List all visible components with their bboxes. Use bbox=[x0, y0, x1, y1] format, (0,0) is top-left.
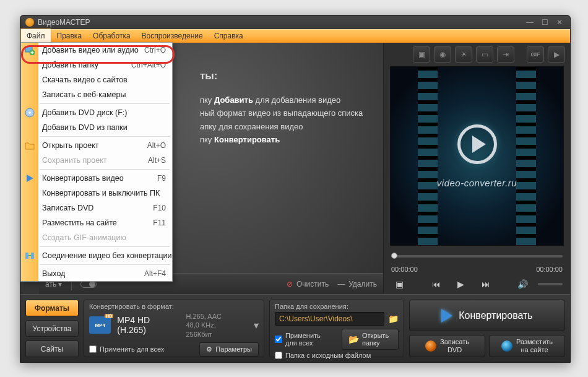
file-menu-item-19[interactable]: ВыходAlt+F4 bbox=[21, 266, 172, 281]
seek-slider[interactable] bbox=[391, 255, 563, 258]
format-codec: H.265, AAC bbox=[186, 312, 243, 321]
file-menu-item-2[interactable]: Скачать видео с сайтов bbox=[21, 72, 172, 87]
file-menu-item-6[interactable]: Добавить DVD из папки bbox=[21, 120, 172, 135]
play-button[interactable]: ▶ bbox=[452, 275, 470, 293]
apply-all-folder-checkbox[interactable]: Применить для всех bbox=[275, 332, 329, 347]
time-end: 00:00:00 bbox=[536, 266, 563, 273]
speed-icon[interactable]: ⇥ bbox=[497, 46, 514, 63]
record-icon[interactable]: ◉ bbox=[434, 46, 451, 63]
folder-path-input[interactable]: C:\Users\User\Videos\ bbox=[275, 312, 384, 326]
minimize-button[interactable]: — bbox=[524, 18, 535, 27]
menu-process[interactable]: Обработка bbox=[87, 29, 136, 43]
delete-button[interactable]: —Удалить bbox=[337, 280, 377, 288]
file-menu-item-1[interactable]: Добавить папкуCtrl+Alt+O bbox=[21, 58, 172, 72]
effect-toolbar: ▣ ◉ ☀ ▭ ⇥ GIF ▶ bbox=[384, 43, 570, 66]
globe-icon bbox=[501, 340, 512, 352]
open-folder-button[interactable]: 📂Открыть папку bbox=[342, 329, 399, 350]
mp4-badge-icon: MP4 bbox=[89, 316, 111, 334]
tab-devices[interactable]: Устройства bbox=[25, 320, 79, 337]
next-button[interactable]: ⏭ bbox=[478, 277, 494, 292]
svg-point-9 bbox=[28, 111, 31, 114]
format-name: MP4 HD (H.265) bbox=[117, 315, 179, 335]
menu-item-shortcut: Alt+F4 bbox=[144, 269, 166, 278]
volume-icon[interactable]: 🔊 bbox=[514, 277, 530, 292]
menubar: Файл Правка Обработка Воспроизведение Сп… bbox=[20, 29, 570, 43]
file-menu-item-13[interactable]: Записать DVDF10 bbox=[21, 201, 172, 215]
menu-item-label: Конвертировать видео bbox=[42, 174, 124, 183]
titlebar: ВидеоМАСТЕР — ☐ ✕ bbox=[20, 15, 570, 29]
file-menu-item-14[interactable]: Разместить на сайтеF11 bbox=[21, 215, 172, 230]
menu-item-label: Добавить DVD диск (F:) bbox=[42, 108, 127, 117]
file-menu-item-5[interactable]: Добавить DVD диск (F:) bbox=[21, 105, 172, 120]
menu-item-shortcut: Ctrl+O bbox=[144, 46, 166, 54]
params-button[interactable]: ⚙Параметры bbox=[199, 342, 259, 357]
folder-icon bbox=[24, 140, 35, 151]
gif-icon[interactable]: GIF bbox=[527, 46, 544, 63]
menu-item-shortcut: Alt+O bbox=[147, 141, 166, 150]
player-controls: ▣ ⏮ ▶ ⏭ 🔊 bbox=[384, 274, 570, 294]
filmstrip-icon bbox=[418, 67, 438, 245]
burn-dvd-button[interactable]: Записать DVD bbox=[409, 335, 485, 357]
format-selector[interactable]: MP4 MP4 HD (H.265) H.265, AAC 48,0 KHz, … bbox=[89, 312, 259, 339]
chevron-down-icon: ▾ bbox=[254, 319, 259, 331]
file-menu-item-9: Сохранить проектAlt+S bbox=[21, 153, 172, 168]
menu-item-shortcut: F9 bbox=[157, 174, 166, 183]
maximize-button[interactable]: ☐ bbox=[539, 18, 550, 27]
film-icon[interactable]: ▭ bbox=[476, 46, 493, 63]
svg-rect-11 bbox=[31, 253, 34, 259]
apply-all-format-checkbox[interactable]: Применить для всех bbox=[89, 345, 164, 353]
file-menu-item-15: Создать GIF-анимацию bbox=[21, 230, 172, 245]
tab-formats[interactable]: Форматы bbox=[25, 300, 79, 316]
app-logo-icon bbox=[25, 18, 34, 27]
menu-edit[interactable]: Правка bbox=[51, 29, 88, 43]
menu-file[interactable]: Файл bbox=[20, 28, 51, 43]
convert-button[interactable]: Конвертировать bbox=[409, 300, 565, 331]
format-label: Конвертировать в формат: bbox=[89, 303, 259, 310]
file-menu-item-17[interactable]: Соединение видео без конвертации bbox=[21, 248, 172, 263]
keep-source-folder-checkbox[interactable]: Папка с исходным файлом bbox=[275, 352, 399, 359]
menu-help[interactable]: Справка bbox=[209, 29, 249, 43]
snapshot-icon[interactable]: ▶ bbox=[548, 46, 565, 63]
preview-video[interactable]: video-converter.ru bbox=[390, 66, 564, 246]
file-menu-item-3[interactable]: Записать с веб-камеры bbox=[21, 87, 172, 102]
body: ты: пку Добавить для добавления видео ны… bbox=[20, 43, 570, 362]
join-icon bbox=[24, 250, 35, 261]
disc-icon bbox=[425, 340, 436, 352]
file-menu-item-11[interactable]: Конвертировать видеоF9 bbox=[21, 171, 172, 186]
menu-item-shortcut: F11 bbox=[153, 219, 166, 227]
file-menu-item-12[interactable]: Конвертировать и выключить ПК bbox=[21, 186, 172, 201]
tab-sites[interactable]: Сайты bbox=[25, 340, 79, 357]
menu-item-label: Записать DVD bbox=[42, 204, 93, 212]
app-window: ВидеоМАСТЕР — ☐ ✕ Файл Правка Обработка … bbox=[20, 15, 571, 363]
svg-rect-10 bbox=[25, 253, 28, 259]
seek-row bbox=[384, 248, 570, 264]
camera-icon[interactable]: ▣ bbox=[391, 277, 407, 292]
folder-icon: 📂 bbox=[348, 334, 359, 344]
file-menu-item-0[interactable]: Добавить видео или аудиоCtrl+O bbox=[21, 43, 172, 58]
volume-slider[interactable] bbox=[538, 283, 563, 285]
menu-item-shortcut: Ctrl+Alt+O bbox=[131, 61, 166, 69]
folder-label: Папка для сохранения: bbox=[275, 303, 399, 310]
brightness-icon[interactable]: ☀ bbox=[455, 46, 472, 63]
menu-item-label: Конвертировать и выключить ПК bbox=[42, 189, 160, 197]
time-start: 00:00:00 bbox=[391, 266, 418, 273]
play-icon bbox=[457, 124, 497, 164]
clear-button[interactable]: ⊘Очистить bbox=[287, 280, 329, 288]
play-icon bbox=[24, 173, 35, 184]
menu-item-label: Создать GIF-анимацию bbox=[42, 233, 126, 242]
menu-item-label: Разместить на сайте bbox=[42, 219, 117, 227]
menu-playback[interactable]: Воспроизведение bbox=[136, 29, 209, 43]
menu-item-label: Выход bbox=[42, 269, 65, 278]
footer-tabs: Форматы Устройства Сайты bbox=[25, 300, 79, 357]
menu-item-label: Открыть проект bbox=[42, 141, 99, 150]
file-menu-item-8[interactable]: Открыть проектAlt+O bbox=[21, 138, 172, 153]
publish-button[interactable]: Разместить на сайте bbox=[489, 335, 565, 357]
add-icon bbox=[24, 45, 35, 56]
format-rate: 48,0 KHz, 256Кбит bbox=[186, 321, 243, 339]
format-box: Конвертировать в формат: MP4 MP4 HD (H.2… bbox=[84, 300, 264, 357]
crop-icon[interactable]: ▣ bbox=[413, 46, 430, 63]
menu-item-label: Записать с веб-камеры bbox=[42, 90, 126, 99]
prev-button[interactable]: ⏮ bbox=[428, 277, 444, 292]
close-button[interactable]: ✕ bbox=[554, 18, 565, 27]
browse-folder-icon[interactable]: 📁 bbox=[388, 314, 399, 324]
